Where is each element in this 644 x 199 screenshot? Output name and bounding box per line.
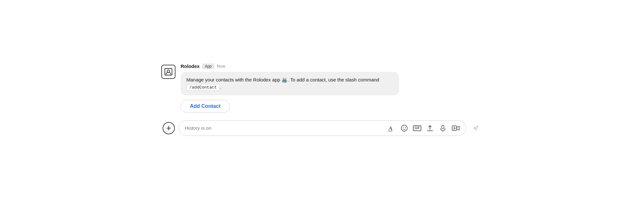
svg-point-7 bbox=[403, 127, 404, 128]
svg-text:A: A bbox=[389, 125, 393, 131]
upload-icon bbox=[426, 125, 434, 132]
emoji-icon bbox=[401, 125, 408, 132]
upload-button[interactable] bbox=[426, 124, 434, 132]
message-text-part2: . To add a contact, use the slash comman… bbox=[288, 77, 379, 82]
svg-point-6 bbox=[401, 125, 407, 131]
sender-name: Rolodex bbox=[181, 63, 200, 69]
input-icons: A GIF bbox=[387, 124, 460, 132]
microphone-icon bbox=[439, 125, 446, 132]
chat-container: Rolodex App Now Manage your contacts wit… bbox=[161, 57, 483, 142]
message-text: Manage your contacts with the Rolodex ap… bbox=[186, 77, 379, 90]
send-icon bbox=[472, 125, 479, 132]
message-timestamp: Now bbox=[217, 64, 225, 69]
plus-circle-icon bbox=[165, 125, 172, 131]
app-badge: App bbox=[202, 63, 214, 69]
input-row: A GIF bbox=[161, 120, 483, 136]
message-header: Rolodex App Now bbox=[181, 63, 483, 69]
bot-avatar bbox=[161, 65, 175, 79]
rolodex-emoji: 🖨️ bbox=[282, 77, 288, 82]
gif-button[interactable]: GIF bbox=[413, 124, 421, 132]
gif-icon: GIF bbox=[413, 125, 422, 131]
message-content: Rolodex App Now Manage your contacts wit… bbox=[181, 63, 483, 113]
add-contact-button[interactable]: Add Contact bbox=[181, 100, 230, 113]
text-format-button[interactable]: A bbox=[387, 124, 396, 132]
emoji-button[interactable] bbox=[400, 124, 408, 132]
message-row: Rolodex App Now Manage your contacts wit… bbox=[161, 63, 483, 113]
svg-rect-11 bbox=[442, 125, 444, 129]
message-text-part1: Manage your contacts with the Rolodex ap… bbox=[186, 77, 282, 82]
chat-input[interactable] bbox=[185, 125, 383, 131]
send-button[interactable] bbox=[470, 122, 481, 134]
video-button[interactable] bbox=[452, 124, 460, 132]
microphone-button[interactable] bbox=[439, 124, 447, 132]
video-icon bbox=[452, 125, 460, 132]
contact-card-icon bbox=[164, 68, 173, 76]
message-text-part3: . bbox=[220, 84, 221, 90]
svg-point-8 bbox=[405, 127, 406, 128]
slash-command-code: /addContact bbox=[186, 84, 220, 91]
message-bubble: Manage your contacts with the Rolodex ap… bbox=[181, 72, 399, 95]
add-attachment-button[interactable] bbox=[163, 122, 175, 134]
chat-input-wrapper: A GIF bbox=[179, 120, 466, 136]
text-format-icon: A bbox=[388, 125, 395, 132]
svg-point-1 bbox=[167, 70, 169, 72]
